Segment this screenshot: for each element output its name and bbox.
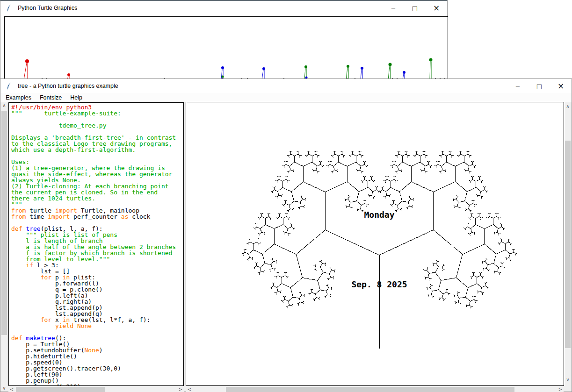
date-label: Sep. 8 2025 <box>351 279 407 289</box>
bg-titlebar[interactable]: Python Turtle Graphics ─ □ × <box>0 1 447 15</box>
code-line: which use a depth-first-algorithm. <box>11 147 183 153</box>
canvas-horizontal-scrollbar[interactable]: < > <box>186 386 564 392</box>
fg-window-title: tree - a Python turtle graphics example <box>18 83 118 89</box>
code-hscroll-thumb[interactable] <box>16 387 105 392</box>
canvas-hscroll-thumb[interactable] <box>226 387 514 392</box>
scroll-up-arrow-icon[interactable]: ∧ <box>0 102 8 109</box>
code-line: p.forward(-210) <box>11 384 183 386</box>
code-vscroll-thumb[interactable] <box>1 111 7 335</box>
code-horizontal-scrollbar[interactable]: < > <box>8 386 184 392</box>
scroll-up-arrow-icon[interactable]: ∧ <box>565 103 571 109</box>
weekday-label: Monday <box>364 210 394 220</box>
tree-example-window: tree - a Python turtle graphics example … <box>0 78 572 392</box>
scroll-down-arrow-icon[interactable]: ∨ <box>0 385 8 392</box>
scroll-left-arrow-icon[interactable]: < <box>186 386 193 392</box>
scroll-right-arrow-icon[interactable]: > <box>177 386 184 392</box>
source-code-pane[interactable]: #!/usr/bin/env python3""" turtle-example… <box>8 102 184 386</box>
tk-feather-icon <box>6 4 13 12</box>
code-line: there are 1024 turtles. <box>11 195 183 201</box>
menu-item-examples[interactable]: Examples <box>1 93 36 102</box>
fg-maximize-button[interactable]: □ <box>529 79 550 93</box>
fg-titlebar[interactable]: tree - a Python turtle graphics example … <box>0 79 572 93</box>
scroll-down-arrow-icon[interactable]: ∨ <box>565 377 571 383</box>
code-line <box>11 153 183 159</box>
code-vertical-scrollbar[interactable]: ∧ ∨ <box>0 102 8 392</box>
code-line: """ turtle-example-suite: <box>11 110 183 116</box>
tk-feather-icon <box>6 82 13 90</box>
turtle-drawing-canvas: MondaySep. 8 2025 <box>186 102 564 386</box>
fg-minimize-button[interactable]: ─ <box>507 79 529 93</box>
canvas-vertical-scrollbar[interactable]: ∧ ∨ <box>565 103 571 383</box>
scroll-left-arrow-icon[interactable]: < <box>8 386 15 392</box>
bg-minimize-button[interactable]: ─ <box>383 1 404 15</box>
bg-window-title: Python Turtle Graphics <box>18 5 77 11</box>
code-text: #!/usr/bin/env python3""" turtle-example… <box>9 103 183 386</box>
canvas-vscroll-thumb[interactable] <box>565 141 571 348</box>
menu-item-fontsize[interactable]: Fontsize <box>36 93 66 102</box>
scroll-right-arrow-icon[interactable]: > <box>557 386 564 392</box>
fractal-tree-drawing <box>186 102 564 385</box>
bg-close-button[interactable]: × <box>426 1 447 15</box>
code-line: tdemo_tree.py <box>11 122 183 128</box>
code-line: from time import perf_counter as clock <box>11 214 183 220</box>
menubar: Examples Fontsize Help <box>0 93 572 103</box>
menu-item-help[interactable]: Help <box>66 93 87 102</box>
code-line: yield None <box>11 323 183 329</box>
bg-maximize-button[interactable]: □ <box>404 1 426 15</box>
fg-close-button[interactable]: × <box>550 79 572 93</box>
